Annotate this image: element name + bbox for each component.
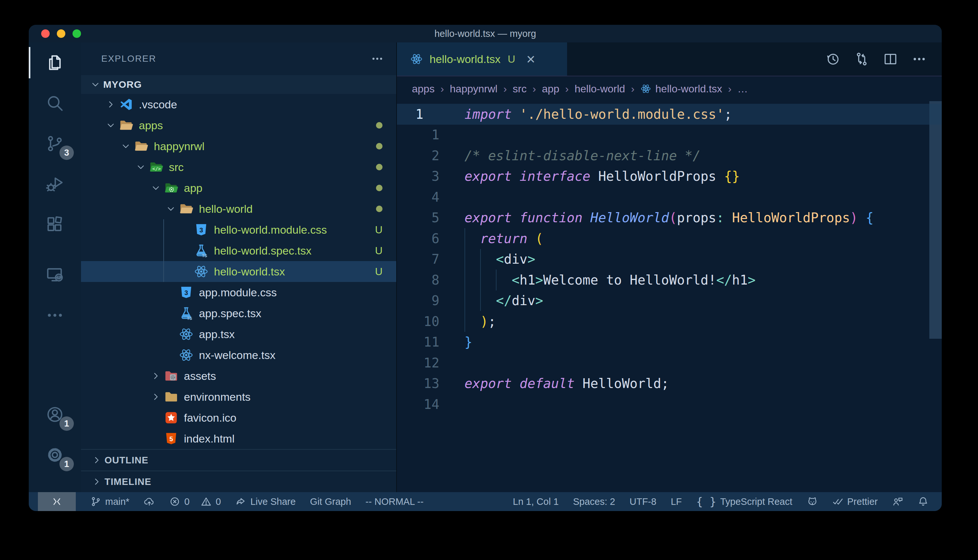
code-line[interactable]: 7 <div> (397, 249, 942, 270)
breadcrumb-item-app[interactable]: app (542, 83, 559, 95)
line-number-gutter[interactable]: 10 (397, 311, 465, 332)
status-live-share[interactable]: Live Share (235, 496, 296, 507)
status-language-mode[interactable]: { }TypeScript React (696, 496, 792, 507)
tree-item-hello-world.module.css[interactable]: 3hello-world.module.cssU (81, 219, 396, 240)
code-line[interactable]: 6 return ( (397, 228, 942, 249)
line-number-gutter[interactable]: 11 (397, 332, 465, 353)
breadcrumb-item-src[interactable]: src (513, 83, 527, 95)
activity-manage[interactable]: 1 (29, 435, 81, 475)
tree-item-index.html[interactable]: 5index.html (81, 428, 396, 449)
code-line[interactable]: 8 <h1>Welcome to HelloWorld!</h1> (397, 270, 942, 290)
line-number-gutter[interactable]: 14 (397, 394, 465, 415)
tree-item-assets[interactable]: assets (81, 365, 396, 387)
line-number-gutter[interactable]: 5 (397, 208, 465, 228)
tree-item-environments[interactable]: environments (81, 387, 396, 407)
split-editor-icon[interactable] (883, 52, 898, 67)
status-feedback[interactable] (892, 496, 903, 507)
section-header-myorg[interactable]: MYORG (81, 75, 396, 94)
status-notifications[interactable] (918, 496, 929, 507)
status-cursor-position[interactable]: Ln 1, Col 1 (513, 497, 558, 507)
line-number-gutter[interactable]: 8 (397, 270, 465, 290)
tree-item-label: .vscode (139, 98, 177, 111)
git-modified-dot (376, 122, 383, 128)
line-number-gutter[interactable]: 4 (397, 187, 465, 208)
tree-item-app.spec.tsx[interactable]: TSapp.spec.tsx (81, 303, 396, 324)
status-encoding[interactable]: UTF-8 (629, 497, 656, 507)
line-number-gutter[interactable]: 2 (397, 145, 465, 166)
status-git-branch[interactable]: main* (90, 496, 129, 507)
line-number-gutter[interactable]: 13 (397, 373, 465, 394)
ellipsis-icon[interactable] (912, 52, 927, 67)
line-number-gutter[interactable]: 3 (397, 166, 465, 187)
tree-item-favicon.ico[interactable]: favicon.ico (81, 407, 396, 428)
line-number-gutter[interactable]: 6 (397, 228, 465, 249)
activity-explorer[interactable] (29, 42, 81, 83)
breadcrumb-item-happynrwl[interactable]: happynrwl (450, 83, 498, 95)
debug-icon (45, 175, 64, 193)
code-line[interactable]: 3export interface HelloWorldProps {} (397, 166, 942, 187)
code-line[interactable]: 4 (397, 187, 942, 208)
status-eol[interactable]: LF (670, 497, 682, 507)
code-line[interactable]: 10 ); (397, 311, 942, 332)
code-line[interactable]: 5export function HelloWorld(props: Hello… (397, 208, 942, 228)
favicon-icon (164, 410, 179, 425)
tree-item-hello-world.tsx[interactable]: hello-world.tsxU (81, 261, 396, 282)
tree-item-apps[interactable]: apps (81, 115, 396, 136)
code-editor[interactable]: 1import './hello-world.module.css';12/* … (397, 101, 942, 492)
code-line[interactable]: 14 (397, 394, 942, 415)
activity-badge: 1 (59, 457, 74, 471)
tree-item-app[interactable]: app (81, 178, 396, 198)
activity-accounts[interactable]: 1 (29, 394, 81, 435)
code-line[interactable]: 2/* eslint-disable-next-line */ (397, 145, 942, 166)
status-problems[interactable]: 00 (169, 496, 221, 507)
status-remote-window[interactable] (38, 492, 76, 511)
tree-item-src[interactable]: </>src (81, 157, 396, 178)
code-line[interactable]: 11} (397, 332, 942, 353)
status-git-graph[interactable]: Git Graph (310, 497, 351, 507)
minimize-button[interactable] (57, 29, 65, 38)
code-line[interactable]: 12 (397, 352, 942, 373)
tree-item-happynrwl[interactable]: happynrwl (81, 136, 396, 157)
line-number-gutter[interactable]: 1 (397, 104, 465, 125)
breadcrumb-item-…[interactable]: … (737, 83, 748, 95)
sidebar-header: EXPLORER (81, 42, 396, 75)
section-header-outline[interactable]: OUTLINE (81, 449, 396, 471)
section-header-timeline[interactable]: TIMELINE (81, 471, 396, 492)
zoom-button[interactable] (72, 29, 81, 38)
tree-item-.vscode[interactable]: .vscode (81, 94, 396, 115)
activity-run-and-debug[interactable] (29, 164, 81, 204)
code-line[interactable]: 13export default HelloWorld; (397, 373, 942, 394)
activity-search[interactable] (29, 83, 81, 123)
breadcrumb-item-hello-world[interactable]: hello-world (575, 83, 625, 95)
code-line[interactable]: 1 (397, 125, 942, 145)
activity-source-control[interactable]: 3 (29, 123, 81, 164)
line-number-gutter[interactable]: 7 (397, 249, 465, 270)
breadcrumb-item-apps[interactable]: apps (412, 83, 435, 95)
breadcrumb-item-hello-world.tsx[interactable]: hello-world.tsx (640, 83, 722, 95)
code-line[interactable]: 1import './hello-world.module.css'; (397, 104, 942, 125)
activity-more-views[interactable] (29, 295, 81, 335)
status-github[interactable] (807, 496, 818, 507)
code-line[interactable]: 9 </div> (397, 290, 942, 311)
tab-hello-world.tsx[interactable]: hello-world.tsx U × (397, 42, 567, 76)
tree-item-app.module.css[interactable]: 3app.module.css (81, 282, 396, 303)
activity-extensions[interactable] (29, 204, 81, 245)
close-button[interactable] (41, 29, 50, 38)
status-indentation[interactable]: Spaces: 2 (573, 497, 615, 507)
more-actions-icon[interactable] (371, 52, 384, 65)
status-vim-mode[interactable]: -- NORMAL -- (366, 497, 424, 507)
activity-remote-explorer[interactable] (29, 255, 81, 295)
status-prettier[interactable]: Prettier (832, 496, 878, 507)
line-number-gutter[interactable]: 12 (397, 352, 465, 373)
close-icon[interactable]: × (526, 52, 535, 67)
line-number-gutter[interactable]: 1 (397, 125, 465, 145)
tree-item-hello-world[interactable]: hello-world (81, 198, 396, 219)
indent-guide (465, 228, 465, 332)
tree-item-app.tsx[interactable]: app.tsx (81, 324, 396, 345)
tree-item-nx-welcome.tsx[interactable]: nx-welcome.tsx (81, 345, 396, 365)
history-icon[interactable] (826, 52, 841, 67)
status-publish-changes[interactable] (144, 496, 155, 507)
tree-item-hello-world.spec.tsx[interactable]: TShello-world.spec.tsxU (81, 240, 396, 261)
compare-changes-icon[interactable] (854, 52, 869, 67)
line-number-gutter[interactable]: 9 (397, 290, 465, 311)
